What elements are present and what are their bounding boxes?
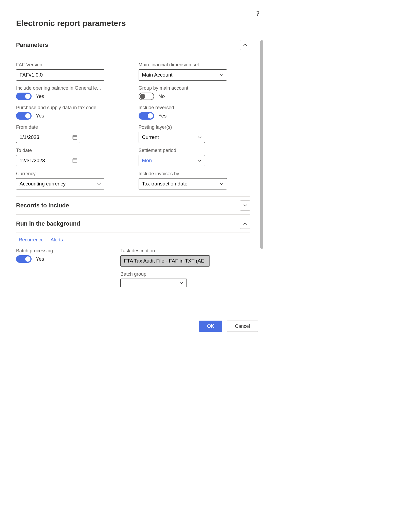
dialog: ? Electronic report parameters Parameter… [11, 5, 264, 335]
batch-group-label: Batch group [120, 271, 211, 277]
posting-layer-label: Posting layer(s) [139, 124, 250, 130]
background-tabs: Recurrence Alerts [16, 233, 258, 248]
from-date-label: From date [16, 124, 128, 130]
svg-point-15 [75, 161, 75, 161]
background-body: Batch processing Yes Task description Ba… [16, 248, 258, 292]
expand-records-button[interactable] [240, 200, 250, 211]
cancel-button[interactable]: Cancel [227, 321, 258, 332]
purchase-supply-label: Purchase and supply data in tax code ... [16, 105, 128, 111]
svg-point-9 [76, 138, 76, 139]
section-header-parameters[interactable]: Parameters [16, 36, 250, 54]
batch-processing-col: Batch processing Yes [16, 248, 104, 287]
help-icon[interactable]: ? [256, 9, 260, 18]
chevron-down-icon [243, 203, 247, 208]
include-invoices-select-wrap [139, 178, 227, 189]
batch-group-select-wrap [120, 279, 187, 287]
group-main-toggle-row: No [139, 93, 250, 100]
svg-point-14 [74, 161, 74, 161]
section-title-records: Records to include [16, 202, 69, 209]
posting-layer-select[interactable] [139, 132, 205, 143]
svg-point-17 [74, 162, 74, 162]
include-opening-toggle[interactable] [16, 93, 32, 100]
posting-layer-field: Posting layer(s) [139, 124, 250, 143]
collapse-background-button[interactable] [240, 219, 250, 229]
scrollbar-thumb[interactable] [260, 40, 263, 249]
include-opening-toggle-row: Yes [16, 93, 128, 100]
batch-processing-field: Batch processing Yes [16, 248, 104, 263]
from-date-field: From date [16, 124, 128, 143]
svg-point-19 [76, 162, 76, 162]
svg-point-18 [75, 162, 75, 162]
include-opening-field: Include opening balance in General le...… [16, 85, 128, 100]
include-reversed-label: Include reversed [139, 105, 250, 111]
include-reversed-toggle-row: Yes [139, 112, 250, 120]
include-reversed-toggle[interactable] [139, 112, 154, 120]
faf-version-label: FAF Version [16, 62, 128, 68]
parameters-body: FAF Version Include opening balance in G… [16, 54, 250, 196]
tab-alerts[interactable]: Alerts [51, 237, 63, 243]
batch-group-field: Batch group [120, 271, 211, 287]
task-description-col: Task description Batch group [120, 248, 211, 287]
include-invoices-select[interactable] [139, 178, 227, 189]
group-main-field: Group by main account No [139, 85, 250, 100]
tab-recurrence[interactable]: Recurrence [19, 237, 44, 243]
section-title-parameters: Parameters [16, 41, 48, 48]
currency-label: Currency [16, 171, 128, 177]
to-date-input[interactable] [16, 155, 80, 166]
settlement-period-select-wrap [139, 155, 205, 166]
svg-point-8 [75, 138, 75, 139]
purchase-supply-field: Purchase and supply data in tax code ...… [16, 105, 128, 120]
calendar-icon[interactable] [72, 135, 78, 140]
currency-select-wrap [16, 178, 104, 189]
scroll-area: Parameters FAF Version Include opening b… [11, 36, 264, 315]
batch-processing-value: Yes [36, 256, 44, 262]
parameters-left-col: FAF Version Include opening balance in G… [16, 62, 128, 189]
group-main-label: Group by main account [139, 85, 250, 91]
batch-processing-label: Batch processing [16, 248, 104, 254]
include-opening-label: Include opening balance in General le... [16, 85, 128, 91]
task-description-input[interactable] [120, 255, 210, 267]
batch-processing-toggle-row: Yes [16, 255, 104, 263]
include-reversed-value: Yes [158, 113, 167, 119]
chevron-up-icon [243, 222, 247, 226]
to-date-label: To date [16, 148, 128, 153]
to-date-field: To date [16, 148, 128, 166]
section-header-records[interactable]: Records to include [16, 196, 250, 215]
include-invoices-field: Include invoices by [139, 171, 250, 189]
purchase-supply-toggle[interactable] [16, 112, 32, 120]
svg-point-6 [76, 137, 76, 138]
group-main-toggle[interactable] [139, 93, 154, 100]
faf-version-input[interactable] [16, 69, 104, 81]
task-description-field: Task description [120, 248, 211, 267]
parameters-right-col: Main financial dimension set Group by ma… [139, 62, 250, 189]
settlement-period-label: Settlement period [139, 148, 250, 153]
task-description-label: Task description [120, 248, 211, 254]
batch-processing-toggle[interactable] [16, 255, 32, 263]
posting-layer-select-wrap [139, 132, 205, 143]
to-date-wrap [16, 155, 80, 166]
currency-select[interactable] [16, 178, 104, 189]
ok-button[interactable]: OK [199, 321, 222, 332]
svg-point-16 [76, 161, 76, 161]
calendar-icon[interactable] [72, 158, 78, 163]
section-title-background: Run in the background [16, 220, 80, 227]
svg-point-4 [74, 137, 74, 138]
include-reversed-field: Include reversed Yes [139, 105, 250, 120]
from-date-input[interactable] [16, 132, 80, 143]
main-dim-set-select-wrap [139, 69, 227, 81]
main-dim-set-field: Main financial dimension set [139, 62, 250, 81]
svg-point-5 [75, 137, 75, 138]
from-date-wrap [16, 132, 80, 143]
currency-field: Currency [16, 171, 128, 189]
section-header-background[interactable]: Run in the background [16, 215, 250, 233]
settlement-period-select[interactable] [139, 155, 205, 166]
batch-group-select[interactable] [120, 279, 187, 287]
group-main-value: No [158, 93, 165, 99]
include-opening-value: Yes [36, 93, 44, 99]
main-dim-set-label: Main financial dimension set [139, 62, 250, 68]
include-invoices-label: Include invoices by [139, 171, 250, 177]
collapse-parameters-button[interactable] [240, 40, 250, 50]
purchase-supply-toggle-row: Yes [16, 112, 128, 120]
purchase-supply-value: Yes [36, 113, 44, 119]
main-dim-set-select[interactable] [139, 69, 227, 81]
